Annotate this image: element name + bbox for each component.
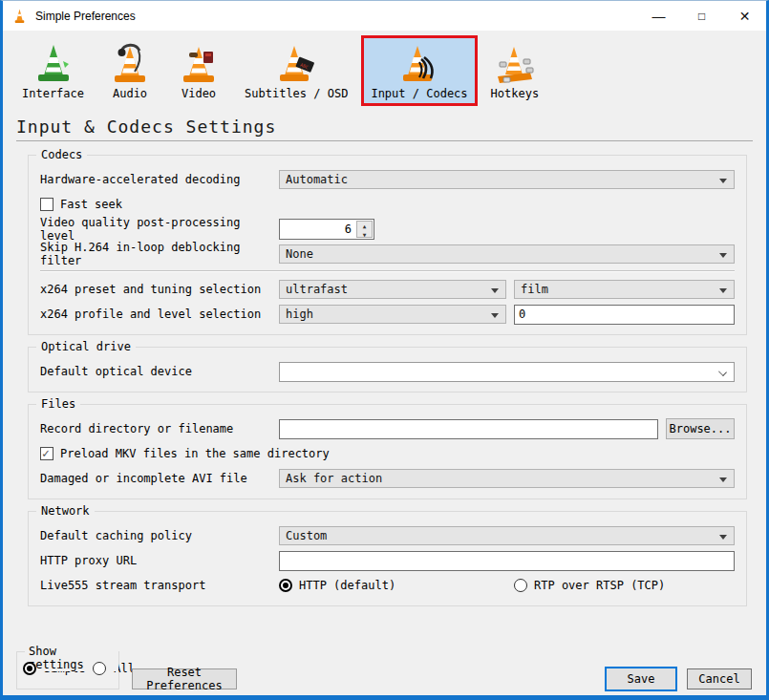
optical-device-label: Default optical device [40,365,279,378]
tab-input-codecs-label: Input / Codecs [371,87,467,100]
tab-interface-label: Interface [22,87,84,100]
tab-subtitles-osd-label: Subtitles / OSD [245,87,348,100]
rtp-over-rtsp-radio-option[interactable]: RTP over RTSP (TCP) [514,579,665,592]
audio-cone-icon [107,40,153,86]
reset-preferences-button[interactable]: Reset Preferences [132,668,237,689]
row-live555-transport: Live555 stream transport HTTP (default) … [40,573,735,598]
http-default-radio-option[interactable]: HTTP (default) [279,579,514,592]
live555-transport-label: Live555 stream transport [40,579,279,592]
vlc-app-icon [11,8,28,24]
caching-policy-dropdown[interactable]: Custom [279,526,735,545]
group-optical-title: Optical drive [36,340,136,353]
x264-preset-dropdown[interactable]: ultrafast [279,280,506,299]
optical-device-combobox[interactable] [279,362,735,382]
x264-preset-value: ultrafast [286,283,348,296]
maximize-button[interactable]: □ [680,1,723,31]
hardware-decoding-value: Automatic [286,173,348,186]
chevron-down-icon [719,535,727,540]
show-settings-group: Show settings Simple All [16,651,119,689]
fast-seek-checkbox[interactable] [40,198,53,211]
http-default-radio-label: HTTP (default) [299,579,395,592]
x264-preset-label: x264 preset and tuning selection [40,283,279,296]
group-network-title: Network [36,504,95,518]
postprocessing-spinbox[interactable]: 6 ▲ ▼ [279,219,374,240]
group-network: Network Default caching policy Custom HT… [28,511,747,606]
tab-video-label: Video [182,87,216,100]
group-files-title: Files [36,397,80,411]
group-files: Files Record directory or filename Brows… [28,404,747,499]
group-codecs: Codecs Hardware-accelerated decoding Aut… [28,155,747,335]
hotkeys-cone-icon [492,40,538,86]
preferences-window: Simple Preferences — □ ✕ Interface [0,0,769,700]
spinner-buttons: ▲ ▼ [356,221,373,238]
tab-subtitles-osd[interactable]: ABC Subtitles / OSD [235,35,357,106]
interface-cone-icon [31,40,76,86]
cancel-button[interactable]: Cancel [687,668,752,689]
spin-up-icon[interactable]: ▲ [357,222,372,230]
x264-tuning-value: film [521,283,548,296]
row-x264-profile: x264 profile and level selection high [40,302,735,327]
tab-hotkeys[interactable]: Hotkeys [481,35,549,106]
fast-seek-label: Fast seek [60,198,122,211]
row-record-directory: Record directory or filename Browse... [40,416,735,441]
footer: Show settings Simple All Reset Preferenc… [3,647,766,691]
damaged-avi-value: Ask for action [286,472,382,485]
chevron-down-icon [719,288,727,293]
tab-audio-label: Audio [113,87,147,100]
save-button[interactable]: Save [607,668,675,689]
row-preload-mkv: Preload MKV files in the same directory [40,441,735,466]
caching-policy-label: Default caching policy [40,529,279,542]
postprocessing-value: 6 [280,220,355,239]
row-caching-policy: Default caching policy Custom [40,523,735,548]
chevron-down-icon [491,313,499,318]
tab-audio[interactable]: Audio [97,35,162,106]
titlebar: Simple Preferences — □ ✕ [3,1,766,31]
skip-deblocking-dropdown[interactable]: None [279,244,735,264]
preload-mkv-checkbox[interactable] [40,447,53,460]
close-button[interactable]: ✕ [723,1,766,31]
damaged-avi-label: Damaged or incomplete AVI file [40,472,279,485]
x264-tuning-dropdown[interactable]: film [514,280,735,299]
spin-down-icon[interactable]: ▼ [357,230,372,239]
hardware-decoding-label: Hardware-accelerated decoding [40,173,279,186]
chevron-down-icon [719,477,727,482]
page-title: Input & Codecs Settings [16,117,766,137]
show-all-radio[interactable] [93,662,106,675]
http-default-radio[interactable] [279,579,292,592]
input-codecs-cone-icon [396,40,442,86]
skip-deblocking-value: None [286,247,313,261]
skip-deblocking-label: Skip H.264 in-loop deblocking filter [40,241,279,267]
group-codecs-title: Codecs [36,148,87,161]
chevron-down-icon [719,179,727,183]
row-damaged-avi: Damaged or incomplete AVI file Ask for a… [40,466,735,491]
row-x264-preset: x264 preset and tuning selection ultrafa… [40,277,735,302]
row-http-proxy: HTTP proxy URL [40,548,735,573]
tab-interface[interactable]: Interface [12,35,94,106]
tab-input-codecs[interactable]: Input / Codecs [361,35,477,106]
chevron-down-icon [719,253,727,258]
record-directory-label: Record directory or filename [40,422,279,435]
x264-profile-value: high [286,308,313,321]
record-directory-input[interactable] [279,419,658,439]
codecs-separator [40,270,735,272]
damaged-avi-dropdown[interactable]: Ask for action [279,469,735,488]
tab-hotkeys-label: Hotkeys [491,87,540,100]
tab-video[interactable]: Video [166,35,231,106]
show-simple-radio[interactable] [23,662,36,675]
caching-policy-value: Custom [286,529,327,542]
row-optical-device: Default optical device [40,359,735,384]
http-proxy-label: HTTP proxy URL [40,554,279,567]
chevron-down-icon [718,368,727,376]
minimize-button[interactable]: — [637,1,680,31]
postprocessing-label: Video quality post-processing level [40,216,279,243]
rtp-over-rtsp-radio[interactable] [514,579,527,592]
hardware-decoding-dropdown[interactable]: Automatic [279,170,735,189]
http-proxy-input[interactable] [279,551,735,571]
subtitles-cone-icon: ABC [273,40,319,86]
x264-level-input[interactable] [514,305,735,325]
chevron-down-icon [491,288,499,293]
x264-profile-dropdown[interactable]: high [279,305,506,324]
browse-button[interactable]: Browse... [666,418,735,439]
row-hardware-decoding: Hardware-accelerated decoding Automatic [40,167,735,192]
row-skip-deblocking: Skip H.264 in-loop deblocking filter Non… [40,242,735,266]
